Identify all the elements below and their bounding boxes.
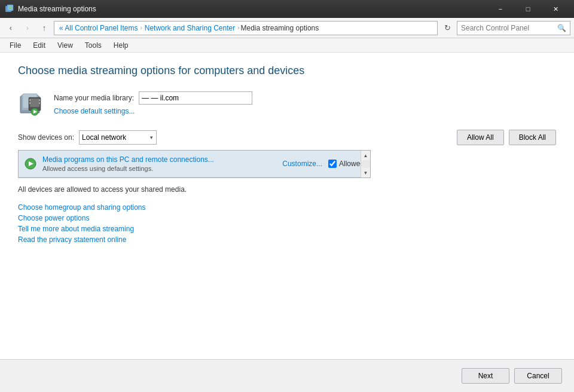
scrollbar-vertical[interactable]: ▲ ▼ [361, 151, 370, 177]
window-icon [5, 4, 14, 14]
search-icon: 🔍 [557, 24, 566, 32]
menu-help[interactable]: Help [109, 40, 133, 51]
page-title: Choose media streaming options for compu… [18, 65, 556, 77]
help-link-privacy[interactable]: Read the privacy statement online [18, 235, 556, 244]
help-link-more-info[interactable]: Tell me more about media streaming [18, 225, 556, 233]
breadcrumb-network-sharing[interactable]: Network and Sharing Center [144, 24, 236, 32]
menu-tools[interactable]: Tools [80, 40, 106, 51]
main-content: Choose media streaming options for compu… [0, 53, 574, 359]
show-devices-select[interactable]: Local network All networks Custom... [79, 130, 157, 145]
all-devices-message: All devices are allowed to access your s… [18, 185, 556, 194]
minimize-button[interactable]: − [487, 0, 514, 18]
device-info: Media programs on this PC and remote con… [42, 155, 276, 172]
help-link-homegroup[interactable]: Choose homegroup and sharing options [18, 203, 556, 212]
show-devices-row: Show devices on: Local network All netwo… [18, 130, 556, 145]
title-bar: Media streaming options − □ ✕ [0, 0, 574, 18]
breadcrumb-current: Media streaming options [241, 24, 319, 32]
device-name-link[interactable]: Media programs on this PC and remote con… [42, 155, 214, 164]
window-controls: − □ ✕ [487, 0, 569, 18]
scrollbar-down-arrow[interactable]: ▼ [361, 168, 371, 177]
show-devices-select-wrapper[interactable]: Local network All networks Custom... [79, 130, 157, 145]
show-devices-label: Show devices on: [18, 133, 74, 142]
menu-view[interactable]: View [53, 40, 78, 51]
svg-rect-8 [30, 99, 39, 107]
device-desc: Allowed access using default settings. [42, 165, 276, 172]
scrollbar-track[interactable] [361, 160, 370, 168]
menu-file[interactable]: File [5, 40, 26, 51]
device-customize-link[interactable]: Customize... [282, 160, 322, 168]
device-play-icon [25, 158, 36, 170]
cancel-button[interactable]: Cancel [514, 368, 562, 384]
svg-rect-12 [39, 102, 40, 104]
maximize-button[interactable]: □ [514, 0, 542, 18]
scrollbar-up-arrow[interactable]: ▲ [361, 151, 371, 160]
footer: Next Cancel [0, 359, 574, 392]
svg-rect-10 [29, 102, 30, 104]
svg-rect-9 [29, 99, 30, 101]
up-button[interactable]: ↑ [37, 21, 51, 35]
svg-rect-11 [39, 99, 40, 101]
breadcrumb-sep-1: › [140, 24, 142, 31]
device-allowed-checkbox[interactable] [328, 160, 337, 168]
window-title: Media streaming options [18, 5, 487, 13]
menu-bar: File Edit View Tools Help [0, 38, 574, 53]
default-settings-link[interactable]: Choose default settings... [54, 107, 252, 115]
breadcrumb-all-control-panel[interactable]: « All Control Panel Items [58, 24, 139, 32]
search-input[interactable] [461, 24, 557, 32]
library-icon [18, 89, 47, 118]
library-row: Name your media library: Choose default … [18, 89, 556, 118]
help-link-power[interactable]: Choose power options [18, 214, 556, 222]
device-allowed-area: Allowed [328, 160, 364, 168]
breadcrumb: « All Control Panel Items › Network and … [58, 24, 319, 32]
library-name-row: Name your media library: [54, 91, 252, 105]
block-all-button[interactable]: Block All [509, 130, 556, 145]
allow-all-button[interactable]: Allow All [457, 130, 504, 145]
menu-edit[interactable]: Edit [28, 40, 50, 51]
refresh-button[interactable]: ↻ [440, 21, 454, 35]
next-button[interactable]: Next [462, 368, 509, 384]
breadcrumb-sep-2: › [237, 24, 239, 31]
close-button[interactable]: ✕ [542, 0, 569, 18]
library-label-group: Name your media library: Choose default … [54, 91, 252, 115]
forward-button[interactable]: › [20, 21, 35, 35]
search-box[interactable]: 🔍 [457, 21, 570, 35]
library-name-label: Name your media library: [54, 94, 134, 102]
device-item: Media programs on this PC and remote con… [19, 151, 370, 177]
back-button[interactable]: ‹ [4, 21, 18, 35]
links-section: Choose homegroup and sharing options Cho… [18, 203, 556, 244]
address-bar: ‹ › ↑ « All Control Panel Items › Networ… [0, 18, 574, 38]
address-box[interactable]: « All Control Panel Items › Network and … [54, 21, 438, 35]
library-name-input[interactable] [139, 91, 252, 105]
devices-list: Media programs on this PC and remote con… [18, 150, 371, 178]
